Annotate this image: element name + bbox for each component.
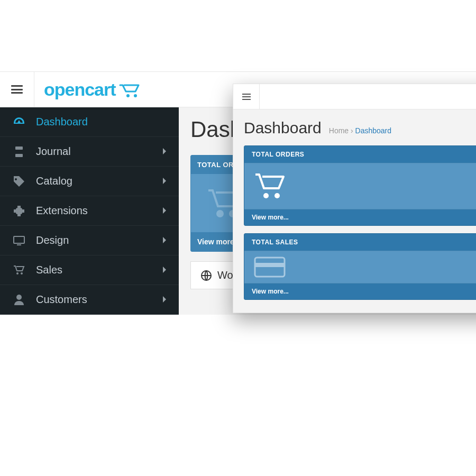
card-view-more[interactable]: View more... — [244, 283, 476, 299]
user-icon — [12, 295, 26, 305]
chevron-right-icon — [162, 145, 167, 158]
card-total-sales[interactable]: TOTAL SALES View more... — [244, 233, 476, 300]
svg-point-6 — [21, 272, 23, 274]
svg-rect-3 — [15, 154, 23, 157]
chevron-right-icon — [162, 175, 167, 187]
sidebar-item-label: Design — [36, 234, 162, 246]
sidebar-item-label: Dashboard — [36, 116, 167, 128]
brand-logo[interactable]: opencart — [34, 79, 152, 100]
chevron-right-icon — [162, 264, 167, 276]
breadcrumb-separator: › — [351, 126, 353, 135]
svg-point-0 — [126, 94, 130, 97]
card-label: TOTAL ORDERS — [244, 146, 476, 163]
hamburger-icon — [242, 94, 251, 100]
breadcrumb: Home › Dashboard — [329, 126, 391, 135]
puzzle-icon — [12, 206, 26, 216]
card-total-orders[interactable]: TOTAL ORDERS View more... — [244, 145, 476, 226]
sidebar-item-label: Catalog — [36, 175, 162, 187]
credit-card-icon — [254, 257, 286, 278]
chevron-right-icon — [162, 294, 167, 306]
sidebar-item-dashboard[interactable]: Dashboard — [0, 107, 179, 137]
svg-point-8 — [217, 211, 223, 216]
card-view-more[interactable]: View more... — [244, 209, 476, 225]
sidebar-item-label: Journal — [36, 145, 162, 158]
dashboard-icon — [12, 117, 26, 127]
sidebar-item-label: Customers — [36, 294, 162, 306]
chevron-right-icon — [162, 234, 167, 246]
journal-icon — [12, 147, 26, 157]
sidebar-item-design[interactable]: Design — [0, 226, 179, 255]
cart-icon — [254, 173, 288, 199]
overlay-title: Dashboard — [244, 119, 322, 137]
overlay-body: Dashboard Home › Dashboard TOTAL ORDERS … — [233, 109, 476, 313]
hamburger-icon — [11, 85, 23, 94]
sidebar-item-catalog[interactable]: Catalog — [0, 167, 179, 196]
svg-point-1 — [134, 94, 137, 97]
breadcrumb-current[interactable]: Dashboard — [355, 126, 392, 135]
overlay-menu-toggle-button[interactable] — [233, 84, 260, 109]
overlay-window: Dashboard Home › Dashboard TOTAL ORDERS … — [233, 84, 476, 313]
svg-point-12 — [274, 193, 280, 198]
card-label: TOTAL SALES — [244, 234, 476, 251]
svg-rect-4 — [14, 236, 24, 243]
menu-toggle-button[interactable] — [0, 72, 34, 107]
cart-icon — [12, 266, 26, 275]
svg-point-5 — [16, 272, 19, 274]
sidebar-item-sales[interactable]: Sales — [0, 255, 179, 285]
svg-rect-2 — [15, 147, 23, 150]
logo-cart-icon — [119, 84, 142, 98]
sidebar: Dashboard Journal Catalog Ext — [0, 107, 179, 315]
tag-icon — [12, 176, 26, 187]
svg-point-11 — [263, 193, 269, 198]
sidebar-item-label: Extensions — [36, 205, 162, 217]
sidebar-item-customers[interactable]: Customers — [0, 285, 179, 315]
sidebar-item-journal[interactable]: Journal — [0, 137, 179, 167]
sidebar-item-label: Sales — [36, 264, 162, 276]
breadcrumb-home[interactable]: Home — [329, 126, 349, 135]
chevron-right-icon — [162, 205, 167, 217]
overlay-header: Dashboard Home › Dashboard — [244, 119, 476, 137]
logo-text: opencart — [44, 79, 116, 100]
card-body — [244, 163, 476, 209]
card-body — [244, 251, 476, 283]
globe-icon — [200, 270, 212, 281]
svg-rect-14 — [255, 263, 285, 267]
svg-point-7 — [16, 295, 22, 300]
sidebar-item-extensions[interactable]: Extensions — [0, 196, 179, 226]
overlay-topbar — [233, 84, 476, 109]
monitor-icon — [12, 236, 26, 245]
